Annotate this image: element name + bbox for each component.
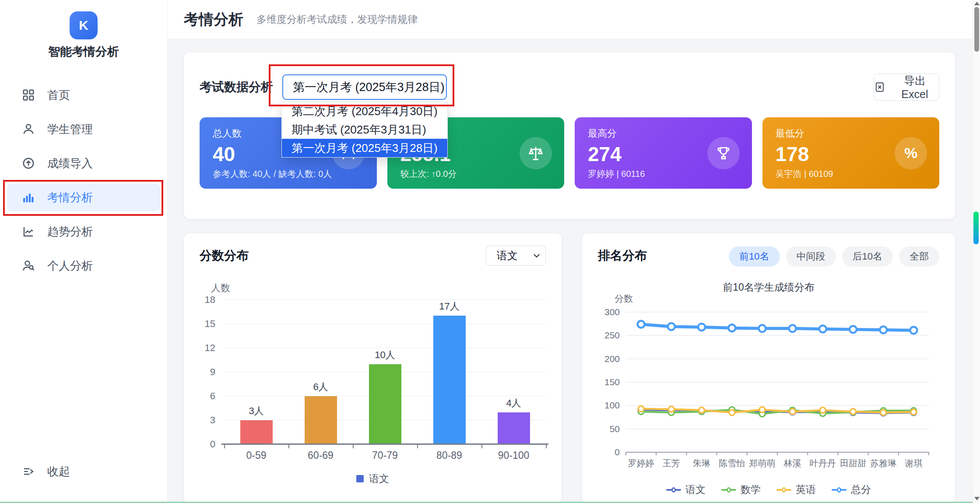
- collapse-sidebar-button[interactable]: 收起: [7, 457, 160, 485]
- legend-ring: [782, 487, 786, 492]
- data-point: [729, 410, 735, 415]
- x-category-label: 田甜甜: [840, 458, 866, 468]
- bar-slot: 10人: [353, 300, 417, 444]
- data-point: [910, 327, 917, 334]
- exam-select[interactable]: 第一次月考 (2025年3月28日): [282, 74, 447, 100]
- data-point: [911, 409, 917, 415]
- ranking-distribution-card: 排名分布 前10名中间段后10名全部 前10名学生成绩分布 分数05010015…: [582, 233, 955, 503]
- logo-letter: K: [79, 18, 88, 33]
- x-axis-line: [221, 443, 548, 445]
- bar-slot: 17人: [417, 300, 481, 444]
- bar-value-label: 10人: [375, 348, 395, 362]
- x-axis-tick: [481, 444, 482, 448]
- sidebar-item-label: 趋势分析: [47, 224, 93, 239]
- legend-label: 语文: [685, 483, 706, 496]
- stat-sub: 较上次: ↑0.0分: [400, 168, 457, 180]
- sidebar-item-trend[interactable]: 趋势分析: [7, 218, 160, 246]
- bar-slot: 6人: [288, 300, 353, 444]
- x-category-label: 苏雅琳: [870, 458, 896, 468]
- sidebar-item-home[interactable]: 首页: [7, 81, 160, 109]
- ranking-tabs: 前10名中间段后10名全部: [729, 246, 939, 267]
- legend-swatch: [356, 475, 364, 482]
- ranking-line-chart: 分数050100150200250300罗婷婷王芳朱琳陈雪怡郑萌萌林溪叶丹丹田甜…: [595, 295, 941, 478]
- legend-marker: [721, 486, 736, 493]
- y-tick-label: 0: [210, 439, 215, 450]
- inner-scroll-indicator[interactable]: [973, 211, 979, 244]
- trophy-icon: [707, 137, 740, 169]
- ranking-tab-3[interactable]: 全部: [899, 246, 939, 267]
- x-category-label: 0-59: [224, 450, 288, 461]
- export-excel-button[interactable]: 导出Excel: [874, 74, 939, 101]
- bar-slot: 4人: [481, 300, 546, 444]
- exam-section-label: 考试数据分析: [200, 74, 273, 100]
- sidebar-item-import[interactable]: 成绩导入: [7, 149, 160, 177]
- y-tick-label: 0: [615, 447, 620, 457]
- ranking-legend[interactable]: 语文数学英语总分: [582, 483, 955, 496]
- data-point: [698, 324, 705, 331]
- sidebar-item-exam-analysis[interactable]: 考情分析: [7, 183, 160, 211]
- ranking-tab-1[interactable]: 中间段: [786, 246, 836, 267]
- legend-ring: [727, 487, 731, 492]
- y-tick-label: 3: [210, 415, 215, 426]
- scrollbar[interactable]: [973, 0, 980, 503]
- y-tick-label: 15: [205, 318, 215, 330]
- exam-option-selected[interactable]: 第一次月考 (2025年3月28日): [282, 139, 447, 157]
- score-x-categories: 0-5960-6970-7980-8990-100: [224, 450, 546, 461]
- exam-option[interactable]: 期中考试 (2025年3月31日): [282, 120, 447, 139]
- data-point: [819, 325, 826, 332]
- legend-item-英语[interactable]: 英语: [776, 483, 816, 496]
- sidebar-item-personal[interactable]: 个人分析: [7, 252, 160, 280]
- x-category-label: 罗婷婷: [628, 458, 654, 468]
- upload-icon: [22, 157, 35, 170]
- ranking-card-title: 排名分布: [598, 247, 647, 264]
- x-category-label: 陈雪怡: [719, 458, 745, 468]
- x-category-label: 70-79: [353, 450, 417, 461]
- score-y-ticks: 0369121518: [197, 300, 220, 444]
- bars-row: 3人6人10人17人4人: [224, 300, 546, 444]
- legend-item-数学[interactable]: 数学: [721, 483, 761, 496]
- percent-icon: %: [895, 137, 927, 169]
- y-tick-label: 18: [205, 294, 215, 306]
- sidebar-item-label: 成绩导入: [47, 156, 93, 171]
- sidebar-item-label: 个人分析: [47, 258, 93, 274]
- data-point: [759, 325, 766, 332]
- scrollbar-down-arrow[interactable]: [974, 497, 980, 500]
- scale-icon: [520, 137, 552, 169]
- sidebar-item-label: 考情分析: [47, 190, 93, 205]
- x-category-label: 谢琪: [904, 458, 922, 468]
- bar: [498, 412, 530, 444]
- scrollbar-thumb[interactable]: [974, 7, 979, 52]
- bar-value-label: 3人: [249, 405, 263, 418]
- legend-item-语文[interactable]: 语文: [666, 483, 706, 496]
- app-title: 智能考情分析: [0, 44, 167, 60]
- bar-chart-icon: [22, 191, 35, 204]
- y-tick-label: 150: [604, 377, 620, 387]
- bar-value-label: 4人: [506, 397, 521, 410]
- y-tick-label: 100: [604, 400, 620, 410]
- exam-data-card: 考试数据分析 第一次月考 (2025年3月28日) 第二次月考 (2025年4月…: [184, 53, 955, 219]
- score-chart-plot: 3人6人10人17人4人: [224, 300, 546, 444]
- ranking-tab-2[interactable]: 后10名: [842, 246, 893, 267]
- y-tick-label: 250: [604, 330, 620, 340]
- main-area: 考情分析 多维度分析考试成绩，发现学情规律 考试数据分析 第一次月考 (2025…: [168, 0, 973, 503]
- bar: [305, 396, 337, 444]
- score-legend[interactable]: 语文: [184, 472, 562, 485]
- legend-ring: [671, 487, 676, 492]
- data-point: [638, 406, 644, 412]
- bar: [433, 316, 466, 444]
- exam-option[interactable]: 第二次月考 (2025年4月30日): [282, 102, 447, 120]
- subject-select[interactable]: 语文: [486, 246, 546, 266]
- sidebar-item-students[interactable]: 学生管理: [7, 115, 160, 143]
- trend-icon: [22, 225, 35, 238]
- stat-card-lowest: 最低分 178 吴宇浩 | 60109 %: [762, 117, 940, 189]
- stat-sub: 罗婷婷 | 60116: [588, 168, 645, 180]
- ranking-tab-0[interactable]: 前10名: [729, 246, 780, 267]
- page-header: 考情分析 多维度分析考试成绩，发现学情规律: [168, 0, 973, 39]
- x-category-label: 王芳: [663, 458, 680, 468]
- data-point: [880, 327, 887, 334]
- page-title: 考情分析: [184, 10, 243, 30]
- scrollbar-up-arrow[interactable]: [974, 2, 980, 5]
- collapse-label: 收起: [47, 464, 70, 479]
- legend-item-总分[interactable]: 总分: [832, 483, 871, 496]
- bar: [240, 420, 273, 444]
